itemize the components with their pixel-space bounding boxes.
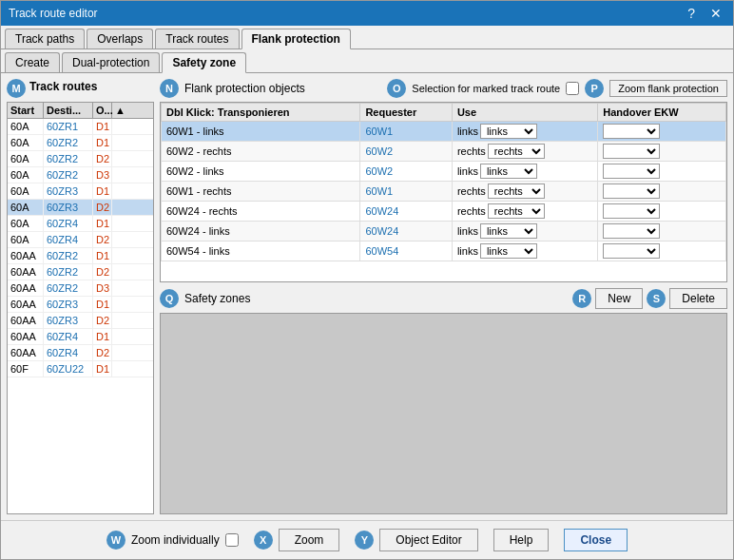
table-row[interactable]: 60AA 60ZR4 D1 [8,329,153,345]
window-title: Track route editor [9,7,98,20]
flank-header-row: N Flank protection objects O Selection f… [160,79,727,98]
handover-select-7[interactable] [603,243,660,259]
zoom-individually-checkbox[interactable] [225,533,239,547]
tab-track-routes[interactable]: Track routes [155,29,239,48]
table-row[interactable]: 60AA 60ZR4 D2 [8,345,153,361]
flank-table-body: 60W1 - links 60W1 links links rechts [162,122,726,261]
col-header-object: Dbl Klick: Transponieren [162,104,360,122]
table-row[interactable]: 60A 60ZR2 D2 [8,151,153,167]
handover-select-1[interactable] [603,124,660,139]
flank-table-header: Dbl Klick: Transponieren Requester Use H… [162,104,726,122]
use-select-2[interactable]: rechts links [488,144,545,159]
badge-m: M [7,79,26,98]
use-select-4[interactable]: rechts links [488,183,545,199]
col-header-dest: Desti... [44,103,93,118]
left-panel-title: Track routes [29,80,97,93]
badge-q: Q [160,289,179,308]
close-title-btn[interactable]: ✕ [706,7,725,20]
table-row[interactable]: 60F 60ZU22 D1 [8,361,153,377]
sub-tab-create[interactable]: Create [5,52,60,72]
badge-r: R [572,289,591,308]
bottom-bar: W Zoom individually X Zoom Y Object Edit… [1,520,733,559]
flank-table-row[interactable]: 60W54 - links 60W54 links links rechts [162,241,726,261]
table-row[interactable]: 60A 60ZR3 D2 [8,200,153,216]
title-bar: Track route editor ? ✕ [1,1,733,26]
flank-table-row[interactable]: 60W1 - rechts 60W1 rechts rechts links [162,182,726,202]
help-title-btn[interactable]: ? [684,7,699,20]
object-editor-btn[interactable]: Object Editor [379,529,477,551]
flank-table-row[interactable]: 60W24 - links 60W24 links links rechts [162,222,726,241]
use-select-1[interactable]: links rechts [480,124,537,139]
table-row[interactable]: 60AA 60ZR2 D3 [8,280,153,297]
main-content: M Track routes Start Desti... O... ▲ 60A… [1,73,733,520]
table-row[interactable]: 60AA 60ZR2 D2 [8,264,153,280]
table-row[interactable]: 60AA 60ZR2 D1 [8,248,153,264]
col-header-requester: Requester [360,104,453,122]
table-row[interactable]: 60A 60ZR3 D1 [8,183,153,200]
handover-select-2[interactable] [603,144,660,159]
use-select-3[interactable]: links rechts [480,164,537,179]
sub-tabs: Create Dual-protection Safety zone [1,49,733,73]
table-row[interactable]: 60A 60ZR4 D2 [8,232,153,248]
selection-checkbox[interactable] [566,82,579,95]
tab-flank-protection[interactable]: Flank protection [241,29,351,49]
col-header-use: Use [452,104,597,122]
handover-select-3[interactable] [603,164,660,179]
help-btn[interactable]: Help [493,529,550,551]
main-tabs: Track paths Overlaps Track routes Flank … [1,26,733,49]
handover-select-5[interactable] [603,203,660,219]
tab-overlaps[interactable]: Overlaps [87,29,153,48]
safety-zones-row: Q Safety zones R New S Delete [160,288,727,309]
col-header-scroll: ▲ [112,103,124,118]
badge-x: X [254,531,273,550]
table-row[interactable]: 60A 60ZR4 D1 [8,216,153,232]
flank-protection-title: Flank protection objects [184,82,305,95]
use-select-6[interactable]: links rechts [480,223,537,239]
badge-y: Y [355,531,374,550]
zoom-item: X Zoom [254,529,340,551]
table-row[interactable]: 60AA 60ZR3 D1 [8,297,153,313]
zoom-btn[interactable]: Zoom [279,529,340,551]
safety-zones-title: Safety zones [184,292,250,305]
col-header-o: O... [93,103,112,118]
badge-n: N [160,79,179,98]
close-btn[interactable]: Close [564,529,628,551]
table-row[interactable]: 60A 60ZR2 D1 [8,135,153,151]
safety-zone-area [160,313,727,514]
title-bar-controls: ? ✕ [684,7,725,20]
flank-table-row[interactable]: 60W24 - rechts 60W24 rechts rechts links [162,202,726,222]
tab-track-paths[interactable]: Track paths [5,29,85,48]
badge-s: S [647,289,666,308]
flank-table-container[interactable]: Dbl Klick: Transponieren Requester Use H… [160,102,727,282]
table-row[interactable]: 60A 60ZR2 D3 [8,167,153,183]
handover-select-4[interactable] [603,183,660,199]
zoom-flank-btn[interactable]: Zoom flank protection [609,80,727,97]
flank-table-row[interactable]: 60W2 - rechts 60W2 rechts rechts links [162,142,726,162]
col-header-start: Start [8,103,44,118]
table-row[interactable]: 60AA 60ZR3 D2 [8,313,153,329]
sub-tab-safety-zone[interactable]: Safety zone [162,52,246,73]
selection-label: Selection for marked track route [412,83,560,94]
right-panel: N Flank protection objects O Selection f… [160,79,727,514]
use-select-7[interactable]: links rechts [480,243,537,259]
new-btn[interactable]: New [595,288,643,309]
flank-table: Dbl Klick: Transponieren Requester Use H… [161,103,726,261]
object-editor-item: Y Object Editor [355,529,477,551]
track-routes-table: Start Desti... O... ▲ 60A 60ZR1 D1 60A 6… [7,102,154,514]
use-select-5[interactable]: rechts links [488,203,545,219]
flank-table-row[interactable]: 60W2 - links 60W2 links links rechts [162,162,726,182]
zoom-individually-label: Zoom individually [131,533,220,547]
main-window: Track route editor ? ✕ Track paths Overl… [0,0,734,560]
left-panel: M Track routes Start Desti... O... ▲ 60A… [7,79,154,514]
handover-select-6[interactable] [603,223,660,239]
tr-table-body[interactable]: 60A 60ZR1 D1 60A 60ZR2 D1 60A 60ZR2 D2 [8,119,153,513]
table-row[interactable]: 60A 60ZR1 D1 [8,119,153,135]
badge-o: O [387,79,406,98]
delete-btn[interactable]: Delete [669,288,727,309]
sub-tab-dual-protection[interactable]: Dual-protection [62,52,160,72]
flank-table-row[interactable]: 60W1 - links 60W1 links links rechts [162,122,726,142]
badge-w: W [106,531,126,550]
safety-actions: R New S Delete [256,288,727,309]
badge-p: P [585,79,604,98]
tr-table-header: Start Desti... O... ▲ [8,103,153,119]
